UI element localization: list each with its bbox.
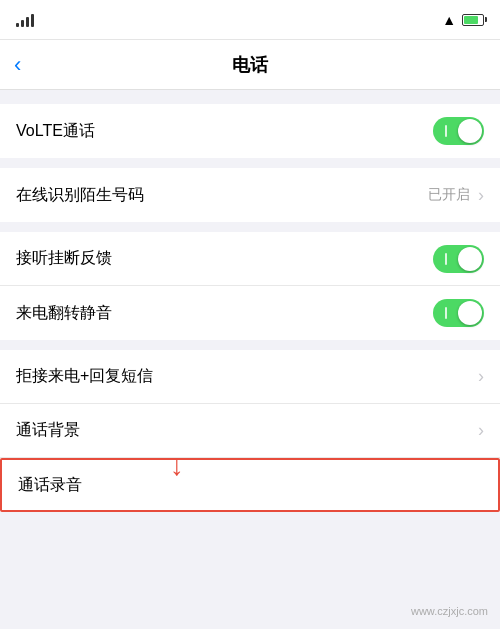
section-misc: 拒接来电+回复短信 › 通话背景 › ↓ 通话录音 [0, 350, 500, 512]
wifi-icon: ▲ [442, 12, 456, 28]
status-bar: ▲ [0, 0, 500, 40]
battery-icon [462, 14, 484, 26]
setting-flip-mute[interactable]: 来电翻转静音 [0, 286, 500, 340]
toggle-knob-3 [458, 301, 482, 325]
reject-sms-chevron: › [478, 366, 484, 387]
toggle-knob-2 [458, 247, 482, 271]
toggle-knob [458, 119, 482, 143]
section-toggles: 接听挂断反馈 来电翻转静音 [0, 232, 500, 340]
setting-call-recording[interactable]: 通话录音 [0, 458, 500, 512]
hangup-label: 接听挂断反馈 [16, 248, 112, 269]
call-recording-label: 通话录音 [18, 475, 82, 496]
back-icon: ‹ [14, 52, 21, 78]
nav-bar: ‹ 电话 [0, 40, 500, 90]
setting-volte[interactable]: VoLTE通话 [0, 104, 500, 158]
callerid-status: 已开启 [428, 186, 470, 204]
toggle-line-3 [445, 307, 447, 319]
watermark: www.czjxjc.com [411, 601, 488, 619]
section-callerid: 在线识别陌生号码 已开启 › [0, 168, 500, 222]
call-background-label: 通话背景 [16, 420, 80, 441]
status-bar-left [16, 13, 34, 27]
back-button[interactable]: ‹ [14, 52, 21, 78]
section-volte: VoLTE通话 [0, 104, 500, 158]
chevron-icon: › [478, 185, 484, 206]
volte-label: VoLTE通话 [16, 121, 95, 142]
setting-reject-sms[interactable]: 拒接来电+回复短信 › [0, 350, 500, 404]
setting-callerid[interactable]: 在线识别陌生号码 已开启 › [0, 168, 500, 222]
toggle-line-2 [445, 253, 447, 265]
call-background-chevron: › [478, 420, 484, 441]
flip-mute-label: 来电翻转静音 [16, 303, 112, 324]
flip-mute-toggle[interactable] [433, 299, 484, 327]
setting-hangup[interactable]: 接听挂断反馈 [0, 232, 500, 286]
callerid-right: 已开启 › [428, 185, 484, 206]
callerid-label: 在线识别陌生号码 [16, 185, 144, 206]
page-title: 电话 [232, 53, 268, 77]
status-bar-right: ▲ [442, 12, 484, 28]
setting-call-background[interactable]: 通话背景 › [0, 404, 500, 458]
reject-sms-label: 拒接来电+回复短信 [16, 366, 153, 387]
signal-icon [16, 13, 34, 27]
volte-toggle[interactable] [433, 117, 484, 145]
hangup-toggle[interactable] [433, 245, 484, 273]
red-arrow-icon: ↓ [170, 450, 184, 482]
toggle-line [445, 125, 447, 137]
